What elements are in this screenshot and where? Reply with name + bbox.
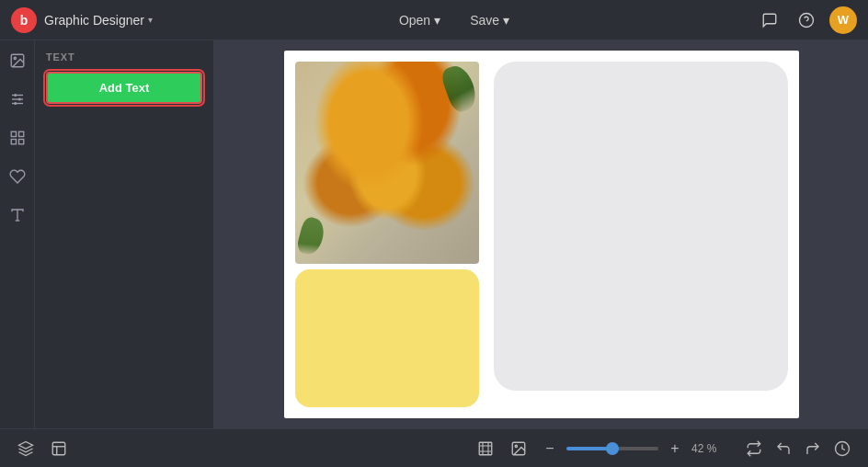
svg-point-7 (17, 98, 20, 101)
add-text-button[interactable]: Add Text (46, 72, 202, 104)
svg-rect-11 (11, 140, 16, 144)
sliders-icon[interactable] (6, 88, 29, 110)
comment-button[interactable] (756, 6, 783, 34)
zoom-slider[interactable] (566, 447, 658, 450)
svg-rect-16 (52, 442, 65, 455)
image-icon[interactable] (6, 50, 29, 72)
zoom-controls: − + 42 % (539, 438, 725, 460)
svg-rect-10 (18, 131, 23, 136)
topbar-center: Open ▾ Save ▾ (153, 7, 756, 33)
layers-button[interactable] (13, 436, 39, 461)
topbar: b Graphic Designer ▾ Open ▾ Save ▾ W (0, 0, 868, 40)
bottom-right-icons (741, 436, 855, 461)
svg-rect-9 (11, 131, 16, 136)
canvas-area (214, 40, 868, 428)
svg-point-0 (800, 13, 814, 27)
main-area: TEXT Add Text (0, 40, 868, 428)
layout-button[interactable] (46, 436, 72, 461)
help-button[interactable] (793, 6, 820, 34)
avatar[interactable]: W (829, 6, 857, 34)
bottombar: − + 42 % (0, 428, 868, 467)
zoom-label: 42 % (691, 442, 725, 455)
redo-button[interactable] (800, 436, 826, 461)
save-menu-button[interactable]: Save ▾ (459, 7, 520, 33)
history-button[interactable] (829, 436, 855, 461)
svg-marker-15 (19, 441, 33, 449)
svg-rect-12 (18, 140, 23, 144)
frame-button[interactable] (473, 436, 498, 461)
zoom-out-button[interactable]: − (539, 438, 561, 460)
undo-button[interactable] (771, 436, 796, 461)
sidebar-icons (0, 40, 35, 428)
heart-icon[interactable] (6, 165, 29, 188)
svg-point-2 (14, 57, 16, 59)
svg-rect-19 (479, 442, 492, 455)
panel-section-label: TEXT (46, 51, 202, 63)
svg-point-21 (515, 445, 517, 447)
grid-icon[interactable] (6, 127, 29, 149)
gray-color-block (494, 62, 788, 391)
repeat-button[interactable] (741, 436, 767, 461)
svg-point-8 (14, 102, 17, 105)
app-title[interactable]: Graphic Designer ▾ (44, 13, 153, 28)
image-button[interactable] (506, 436, 531, 461)
canvas-board[interactable] (284, 51, 799, 418)
open-menu-button[interactable]: Open ▾ (388, 7, 451, 33)
svg-point-6 (14, 94, 17, 97)
left-panel: TEXT Add Text (35, 40, 214, 428)
text-format-icon[interactable] (6, 204, 29, 226)
topbar-right: W (756, 6, 857, 34)
photo-block (295, 62, 479, 264)
yellow-color-block (295, 269, 479, 407)
app-logo[interactable]: b (11, 7, 37, 33)
zoom-in-button[interactable]: + (664, 438, 686, 460)
